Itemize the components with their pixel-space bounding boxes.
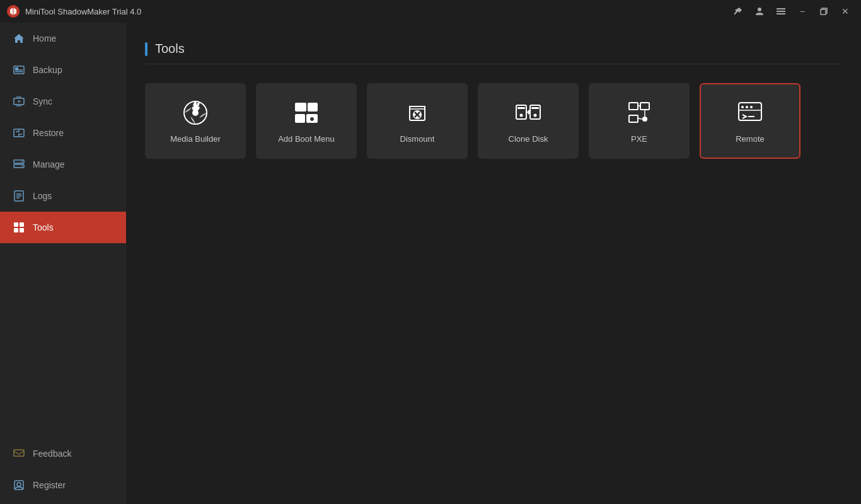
svg-point-52 (741, 106, 744, 108)
svg-rect-8 (15, 71, 23, 72)
titlebar: MiniTool ShadowMaker Trial 4.0 − (0, 0, 861, 23)
tool-dismount[interactable]: Dismount (367, 83, 468, 159)
page-title: Tools (155, 42, 185, 56)
svg-point-54 (750, 106, 753, 108)
register-icon (13, 479, 25, 491)
svg-rect-9 (15, 70, 23, 71)
menu-button[interactable] (771, 3, 790, 20)
svg-rect-3 (777, 11, 785, 12)
sidebar-item-logs[interactable]: Logs (0, 180, 126, 212)
tool-clone-disk[interactable]: Clone Disk (478, 83, 579, 159)
sidebar-label-sync: Sync (33, 96, 52, 106)
tools-icon (13, 221, 25, 234)
pxe-icon (625, 99, 653, 127)
sidebar-item-tools[interactable]: Tools (0, 212, 126, 243)
user-button[interactable] (750, 3, 769, 20)
tool-remote[interactable]: Remote (700, 83, 800, 159)
svg-rect-21 (20, 222, 24, 227)
tool-add-boot-menu[interactable]: Add Boot Menu (256, 83, 357, 159)
sidebar-label-backup: Backup (33, 65, 62, 75)
tool-label-media-builder: Media Builder (170, 134, 221, 144)
sidebar-item-sync[interactable]: Sync (0, 86, 126, 117)
main-layout: Home Backup (0, 23, 861, 504)
svg-rect-29 (295, 103, 306, 112)
restore-button[interactable] (814, 3, 833, 20)
sidebar-item-manage[interactable]: Manage (0, 149, 126, 180)
svg-rect-46 (629, 115, 638, 122)
tool-label-remote: Remote (736, 134, 765, 144)
svg-rect-44 (629, 103, 638, 110)
tool-label-dismount: Dismount (400, 134, 435, 144)
page-header: Tools (145, 42, 842, 64)
logs-icon (13, 190, 25, 202)
svg-point-53 (746, 106, 748, 108)
sidebar-item-home[interactable]: Home (0, 23, 126, 54)
svg-rect-4 (777, 13, 785, 14)
svg-line-49 (638, 118, 642, 119)
sidebar-item-feedback[interactable]: Feedback (0, 441, 126, 472)
minimize-button[interactable]: − (793, 3, 812, 20)
sidebar-item-backup[interactable]: Backup (0, 54, 126, 86)
sidebar-label-feedback: Feedback (33, 449, 71, 459)
app-title: MiniTool ShadowMaker Trial 4.0 (25, 7, 729, 16)
tool-pxe[interactable]: PXE (589, 83, 690, 159)
svg-rect-45 (640, 103, 649, 110)
svg-rect-24 (14, 450, 24, 456)
svg-point-47 (642, 117, 647, 122)
content-area: Tools Media Builder (126, 23, 861, 504)
close-button[interactable]: ✕ (836, 3, 855, 20)
svg-rect-2 (777, 8, 785, 9)
sidebar-label-restore: Restore (33, 128, 64, 138)
sidebar-item-restore[interactable]: Restore (0, 117, 126, 149)
svg-rect-31 (295, 114, 305, 123)
title-controls: − ✕ (729, 3, 855, 20)
svg-rect-30 (308, 103, 318, 112)
manage-icon (13, 158, 25, 171)
svg-rect-5 (821, 9, 826, 14)
sidebar-label-tools: Tools (33, 222, 54, 232)
svg-point-41 (534, 113, 537, 117)
sidebar-label-register: Register (33, 480, 66, 490)
svg-point-15 (21, 166, 23, 167)
svg-point-26 (17, 483, 21, 486)
backup-icon (13, 64, 25, 76)
svg-rect-7 (15, 67, 18, 70)
svg-rect-20 (14, 222, 18, 227)
sidebar-item-register[interactable]: Register (0, 472, 126, 504)
sync-icon (13, 95, 25, 108)
sidebar-label-manage: Manage (33, 159, 65, 169)
sidebar: Home Backup (0, 23, 126, 504)
tool-label-add-boot-menu: Add Boot Menu (278, 134, 335, 144)
remote-icon (736, 99, 764, 127)
clone-disk-icon (514, 99, 542, 127)
sidebar-label-logs: Logs (33, 191, 52, 201)
tool-label-clone-disk: Clone Disk (509, 134, 548, 144)
svg-rect-43 (531, 107, 539, 109)
tool-media-builder[interactable]: Media Builder (145, 83, 246, 159)
feedback-icon (13, 447, 25, 460)
svg-rect-51 (739, 103, 761, 120)
pin-button[interactable] (729, 3, 748, 20)
svg-point-40 (520, 113, 523, 117)
add-boot-menu-icon (292, 99, 320, 127)
restore-icon (13, 127, 25, 139)
media-builder-icon (182, 99, 209, 127)
home-icon (13, 32, 25, 45)
svg-rect-42 (517, 107, 525, 109)
svg-point-14 (21, 161, 23, 163)
app-logo (6, 4, 20, 18)
dismount-icon (403, 99, 431, 127)
nav-spacer (0, 243, 126, 441)
svg-rect-23 (20, 228, 24, 232)
header-bar (145, 42, 147, 56)
svg-point-1 (758, 8, 761, 11)
tool-label-pxe: PXE (631, 134, 647, 144)
sidebar-label-home: Home (33, 33, 56, 43)
svg-rect-22 (14, 228, 18, 232)
tools-grid: Media Builder Add Boot Menu (145, 83, 842, 159)
